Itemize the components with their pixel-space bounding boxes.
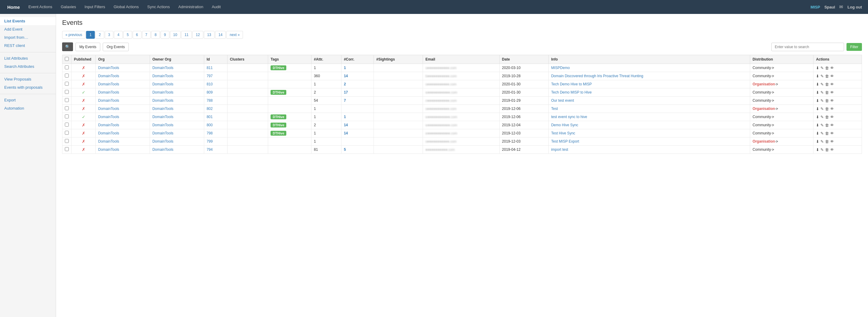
sidebar-item-import-from[interactable]: Import from… (0, 33, 56, 41)
row-org-8[interactable]: DomainTools (96, 129, 150, 137)
corr-link-0[interactable]: 1 (344, 66, 346, 70)
row-owner-org-6[interactable]: DomainTools (150, 113, 204, 121)
page-btn-5[interactable]: 5 (123, 31, 132, 39)
id-link-3[interactable]: 809 (207, 90, 213, 94)
id-link-5[interactable]: 802 (207, 106, 213, 111)
nav-galaxies[interactable]: Galaxies (56, 0, 80, 14)
org-link-0[interactable]: DomainTools (98, 66, 119, 70)
sidebar-item-automation[interactable]: Automation (0, 104, 56, 112)
prev-page-btn[interactable]: « previous (62, 31, 86, 39)
action-delete-icon[interactable]: 🗑 (825, 66, 829, 70)
row-owner-org-5[interactable]: DomainTools (150, 105, 204, 113)
row-org-0[interactable]: DomainTools (96, 64, 150, 72)
action-edit-icon[interactable]: ✎ (820, 148, 824, 152)
action-download-icon[interactable]: ⬇ (816, 123, 819, 127)
action-view-icon[interactable]: 👁 (830, 115, 834, 119)
page-btn-11[interactable]: 11 (181, 31, 192, 39)
action-delete-icon[interactable]: 🗑 (825, 82, 829, 87)
info-link-10[interactable]: import test (551, 148, 568, 152)
page-btn-3[interactable]: 3 (105, 31, 114, 39)
search-input[interactable] (771, 43, 844, 51)
row-corr-2[interactable]: 2 (341, 80, 374, 88)
page-btn-1[interactable]: 1 (86, 31, 95, 39)
org-link-6[interactable]: DomainTools (98, 115, 119, 119)
th-select-all[interactable] (62, 55, 71, 64)
action-download-icon[interactable]: ⬇ (816, 139, 819, 144)
logout-link[interactable]: Log out (847, 5, 862, 9)
info-link-4[interactable]: Our test event (551, 98, 574, 103)
row-owner-org-7[interactable]: DomainTools (150, 121, 204, 129)
action-download-icon[interactable]: ⬇ (816, 66, 819, 70)
row-org-5[interactable]: DomainTools (96, 105, 150, 113)
row-id-10[interactable]: 794 (204, 146, 227, 154)
row-org-6[interactable]: DomainTools (96, 113, 150, 121)
action-delete-icon[interactable]: 🗑 (825, 74, 829, 78)
action-delete-icon[interactable]: 🗑 (825, 148, 829, 152)
owner-org-link-2[interactable]: DomainTools (152, 82, 173, 86)
action-view-icon[interactable]: 👁 (830, 131, 834, 136)
row-checkbox-4[interactable] (65, 98, 69, 102)
owner-org-link-7[interactable]: DomainTools (152, 123, 173, 127)
action-edit-icon[interactable]: ✎ (820, 106, 824, 111)
page-btn-9[interactable]: 9 (161, 31, 169, 39)
action-download-icon[interactable]: ⬇ (816, 90, 819, 95)
action-edit-icon[interactable]: ✎ (820, 115, 824, 119)
action-view-icon[interactable]: 👁 (830, 148, 834, 152)
row-owner-org-2[interactable]: DomainTools (150, 80, 204, 88)
misp-link[interactable]: MISP (810, 5, 820, 9)
org-link-4[interactable]: DomainTools (98, 98, 119, 103)
row-corr-0[interactable]: 1 (341, 64, 374, 72)
org-link-8[interactable]: DomainTools (98, 131, 119, 135)
row-checkbox-3[interactable] (65, 90, 69, 94)
owner-org-link-0[interactable]: DomainTools (152, 66, 173, 70)
row-id-7[interactable]: 800 (204, 121, 227, 129)
org-link-10[interactable]: DomainTools (98, 148, 119, 152)
action-download-icon[interactable]: ⬇ (816, 115, 819, 119)
id-link-1[interactable]: 797 (207, 74, 213, 78)
action-edit-icon[interactable]: ✎ (820, 74, 824, 78)
info-link-6[interactable]: test event sync to hive (551, 115, 587, 119)
row-info-8[interactable]: Test Hive Sync (549, 129, 750, 137)
row-checkbox-6[interactable] (65, 115, 69, 118)
sidebar-item-add-event[interactable]: Add Event (0, 25, 56, 33)
row-corr-10[interactable]: 5 (341, 146, 374, 154)
org-events-btn[interactable]: Org Events (103, 43, 129, 51)
row-info-10[interactable]: import test (549, 146, 750, 154)
row-owner-org-9[interactable]: DomainTools (150, 137, 204, 146)
id-link-9[interactable]: 799 (207, 139, 213, 144)
action-edit-icon[interactable]: ✎ (820, 82, 824, 87)
info-link-9[interactable]: Test MISP Export (551, 139, 579, 144)
row-info-2[interactable]: Tech Demo Hive to MISP (549, 80, 750, 88)
info-link-1[interactable]: Domain Discovered through Iris Proactive… (551, 74, 643, 78)
id-link-7[interactable]: 800 (207, 123, 213, 127)
row-checkbox-0[interactable] (65, 65, 69, 69)
row-checkbox-2[interactable] (65, 82, 69, 86)
action-edit-icon[interactable]: ✎ (820, 123, 824, 127)
corr-link-8[interactable]: 14 (344, 131, 348, 135)
row-id-0[interactable]: 811 (204, 64, 227, 72)
info-link-0[interactable]: MISPDemo (551, 66, 569, 70)
corr-link-4[interactable]: 7 (344, 98, 346, 103)
row-info-6[interactable]: test event sync to hive (549, 113, 750, 121)
row-id-5[interactable]: 802 (204, 105, 227, 113)
action-edit-icon[interactable]: ✎ (820, 90, 824, 95)
org-link-7[interactable]: DomainTools (98, 123, 119, 127)
info-link-2[interactable]: Tech Demo Hive to MISP (551, 82, 592, 86)
action-view-icon[interactable]: 👁 (830, 139, 834, 144)
org-link-1[interactable]: DomainTools (98, 74, 119, 78)
id-link-8[interactable]: 798 (207, 131, 213, 135)
row-owner-org-4[interactable]: DomainTools (150, 97, 204, 105)
row-org-1[interactable]: DomainTools (96, 72, 150, 80)
row-corr-1[interactable]: 14 (341, 72, 374, 80)
action-view-icon[interactable]: 👁 (830, 66, 834, 70)
sidebar-item-list-events[interactable]: List Events (0, 17, 56, 25)
row-corr-4[interactable]: 7 (341, 97, 374, 105)
row-id-8[interactable]: 798 (204, 129, 227, 137)
row-id-2[interactable]: 810 (204, 80, 227, 88)
action-delete-icon[interactable]: 🗑 (825, 98, 829, 103)
row-org-4[interactable]: DomainTools (96, 97, 150, 105)
search-button[interactable]: 🔍 (62, 42, 73, 51)
row-id-3[interactable]: 809 (204, 88, 227, 97)
page-btn-10[interactable]: 10 (170, 31, 181, 39)
corr-link-10[interactable]: 5 (344, 148, 346, 152)
